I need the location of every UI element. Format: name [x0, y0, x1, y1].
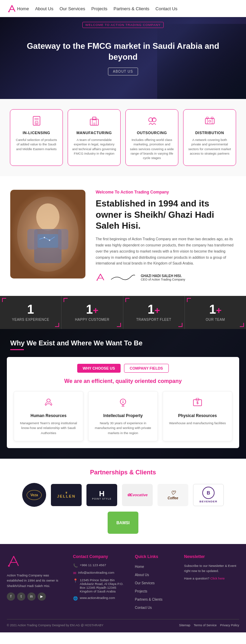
- why-inner: WHY CHOOSE US COMPANY FIELDS We are an e…: [7, 357, 239, 448]
- why-title-line: [10, 349, 24, 350]
- why-tab-0[interactable]: WHY CHOOSE US: [77, 364, 121, 373]
- why-card-icon-2: $: [167, 397, 228, 410]
- ceo-info: GHAZI HADI SALEH HISI. CEO of Action Tra…: [141, 274, 185, 281]
- hero-content: Gateway to the FMCG market in Saudi Arab…: [0, 41, 246, 75]
- about-text: Welcome To Action Trading Company Establ…: [96, 190, 236, 282]
- social-instagram-icon[interactable]: in: [27, 592, 36, 601]
- footer-about-col: Action Trading Company was established i…: [7, 554, 66, 612]
- brand-logo: [7, 3, 17, 14]
- stat-plus-2: +: [154, 305, 160, 316]
- svg-text:$: $: [36, 122, 37, 124]
- footer-terms-link[interactable]: Terms of Service: [194, 624, 217, 627]
- footer-sitemap-link[interactable]: Sitemap: [179, 624, 190, 627]
- footer-newsletter-col: Newsletter Subscribe to our Newsletter &…: [184, 554, 239, 612]
- services-section: $ IN-LICENSING Careful selection of prod…: [0, 99, 246, 176]
- partner-evocative: ✿Evocative: [122, 484, 153, 506]
- stat-corner-tl-1: [64, 298, 68, 302]
- stat-number-1: 1+: [65, 303, 119, 316]
- svg-rect-10: [93, 123, 95, 125]
- stats-section: 1 YEARS EXPERIENCE 1+ HAPPY CUSTOMER 1+ …: [0, 296, 246, 329]
- stat-item-3: 1+ OUR TEAM: [185, 296, 246, 329]
- partner-jellen: ♛ JELLEN: [51, 484, 82, 506]
- footer-links-title: Quick Links: [135, 554, 177, 559]
- footer-link-services[interactable]: Our Services: [135, 581, 155, 585]
- partners-section: Partnerships & Clients Veza ♛ JELLEN H P…: [0, 459, 246, 544]
- about-image: [10, 190, 85, 278]
- footer-newsletter-text: Subscribe to our Newsletter & Event righ…: [184, 563, 239, 573]
- stat-item-1: 1+ HAPPY CUSTOMER: [62, 296, 123, 329]
- service-title-0: IN-LICENSING: [14, 131, 58, 135]
- social-youtube-icon[interactable]: ▶: [38, 592, 46, 601]
- svg-point-28: [44, 237, 45, 238]
- stat-corner-br-0: [55, 323, 59, 327]
- nav-contact[interactable]: Contact Us: [155, 6, 177, 11]
- why-card-desc-2: Warehouse and manufacturing facilities: [167, 421, 228, 426]
- why-tab-1[interactable]: COMPANY FIELDS: [124, 364, 169, 373]
- footer-link-about[interactable]: About Us: [135, 573, 149, 577]
- stat-corner-tl-0: [2, 298, 6, 302]
- navbar: Home About Us Our Services Projects Part…: [0, 0, 246, 17]
- footer-link-home[interactable]: Home: [135, 565, 144, 569]
- why-card-title-1: Intellectual Property: [93, 413, 153, 418]
- partners-logos: Veza ♛ JELLEN H POINT STYLE ✿Evocative ♡…: [7, 483, 239, 534]
- footer-newsletter-title: Newsletter: [184, 554, 239, 559]
- why-cards: Human Resources Management Team's strong…: [14, 391, 232, 441]
- svg-line-15: [154, 118, 155, 119]
- service-title-2: OUTSOURCING: [130, 131, 174, 135]
- why-card-title-0: Human Resources: [18, 413, 79, 418]
- footer-about-text: Action Trading Company was established i…: [7, 573, 66, 588]
- stat-number-2: 1+: [127, 303, 181, 316]
- nav-about[interactable]: About Us: [35, 6, 53, 11]
- partner-coffee: ♡ Coffee: [158, 484, 188, 506]
- footer-bottom: © 2021 Action Trading Company Designed b…: [7, 619, 239, 627]
- svg-rect-38: [196, 398, 199, 400]
- service-icon-1: [88, 115, 100, 127]
- svg-line-14: [153, 118, 154, 119]
- partners-title: Partnerships & Clients: [7, 469, 239, 476]
- footer-privacy-link[interactable]: Privacy Policy: [220, 624, 239, 627]
- stat-label-1: HAPPY CUSTOMER: [65, 318, 119, 321]
- why-subtitle: We are an efficient, quality oriented co…: [14, 378, 232, 384]
- about-tag: Welcome To Action Trading Company: [96, 190, 236, 195]
- nav-projects[interactable]: Projects: [91, 6, 107, 11]
- service-title-1: MANUFACTURING: [72, 131, 116, 135]
- svg-point-23: [36, 203, 59, 231]
- about-signature: GHAZI HADI SALEH HISI. CEO of Action Tra…: [96, 273, 236, 282]
- stat-label-0: YEARS EXPERIENCE: [3, 318, 58, 321]
- svg-point-29: [49, 240, 50, 241]
- why-card-desc-0: Management Team's strong institutional k…: [18, 421, 79, 435]
- nav-partners[interactable]: Partners & Clients: [113, 6, 149, 11]
- footer-link-projects[interactable]: Projects: [135, 589, 147, 593]
- footer-newsletter-question: Have a question? Click here: [184, 576, 239, 580]
- stat-corner-br-2: [178, 323, 182, 327]
- service-desc-0: Careful selection of products of added v…: [14, 138, 58, 151]
- service-card-1: MANUFACTURING A team of commendable expe…: [68, 109, 121, 166]
- why-header: Why We Exist and Where We Want To Be: [0, 329, 246, 357]
- stat-corner-br-3: [240, 323, 244, 327]
- social-twitter-icon[interactable]: t: [17, 592, 25, 601]
- partner-hpoint: H POINT STYLE: [86, 484, 117, 506]
- partner-bamsi: BAMSI: [108, 512, 138, 534]
- hero-about-button[interactable]: ABOUT US: [108, 68, 138, 75]
- nav-home[interactable]: Home: [17, 6, 29, 11]
- svg-rect-16: [205, 118, 214, 124]
- footer-copyright: © 2021 Action Trading Company Designed b…: [7, 624, 104, 627]
- footer-click-here-link[interactable]: Click here: [210, 576, 224, 580]
- footer-grid: Action Trading Company was established i…: [7, 554, 239, 612]
- why-section: Why We Exist and Where We Want To Be WHY…: [0, 329, 246, 459]
- hero-badge: WELCOME TO ACTION TRADING COMPANY: [82, 22, 164, 28]
- footer-link-partners[interactable]: Partners & Clients: [135, 598, 163, 601]
- signature-image: [109, 273, 137, 282]
- footer-contact-col: Contact Company 📞 +966 11 123 4567 ✉ Inf…: [73, 554, 128, 612]
- svg-text:$: $: [196, 401, 199, 405]
- service-desc-3: A network covering both private and gove…: [188, 138, 232, 156]
- nav-services[interactable]: Our Services: [59, 6, 85, 11]
- social-facebook-icon[interactable]: f: [7, 592, 15, 601]
- footer-bottom-links: Sitemap Terms of Service Privacy Policy: [179, 624, 239, 627]
- footer-link-contact[interactable]: Contact Us: [135, 606, 152, 610]
- why-card-icon-1: [93, 397, 153, 410]
- service-card-0: $ IN-LICENSING Careful selection of prod…: [10, 109, 63, 166]
- svg-point-35: [123, 402, 124, 403]
- footer-contact-title: Contact Company: [73, 554, 128, 559]
- svg-point-39: [8, 565, 10, 567]
